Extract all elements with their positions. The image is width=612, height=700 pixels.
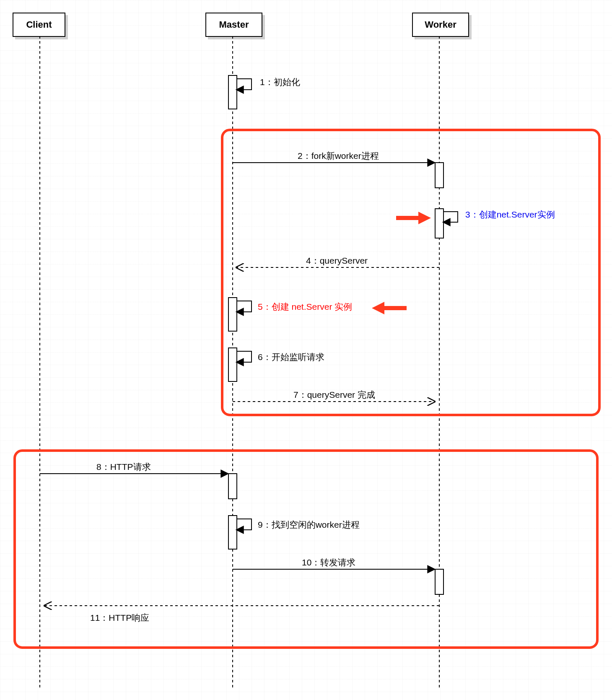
activation-worker-10 [435,569,443,594]
msg-label-7: 7：queryServer 完成 [293,389,375,401]
msg-label-1: 1：初始化 [260,76,300,88]
activation-master-1 [228,75,237,109]
activation-worker-3 [435,209,443,238]
msg-arrow-5 [237,301,252,312]
activation-worker-2 [435,163,443,188]
activation-master-9 [228,516,237,549]
msg-label-8: 8：HTTP请求 [96,461,151,473]
pointer-arrow-5 [372,302,407,314]
activation-master-8 [228,474,237,499]
highlight-frame-1 [222,130,599,415]
sequence-diagram: Client Master Worker [0,0,612,700]
msg-label-6: 6：开始监听请求 [258,351,324,363]
msg-label-11: 11：HTTP响应 [90,612,149,624]
msg-label-10: 10：转发请求 [302,557,355,568]
pointer-arrow-3 [396,212,431,224]
msg-label-9: 9：找到空闲的worker进程 [258,519,360,531]
msg-label-2: 2：fork新worker进程 [298,150,379,162]
msg-arrow-3 [443,212,458,222]
msg-arrow-9 [237,519,252,530]
msg-label-4: 4：queryServer [306,255,368,267]
activation-master-5 [228,298,237,331]
diagram-svg [0,0,612,700]
msg-arrow-6 [237,351,252,362]
msg-label-3: 3：创建net.Server实例 [465,209,555,220]
msg-arrow-1 [237,79,252,90]
activation-master-6 [228,348,237,381]
msg-label-5: 5：创建 net.Server 实例 [258,301,352,313]
